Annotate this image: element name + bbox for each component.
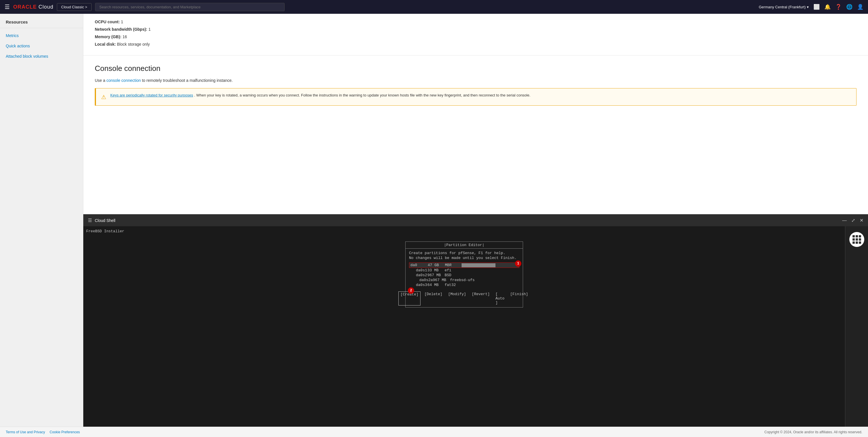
disk-row-da0: da0 47 GB MBR 1: [409, 262, 519, 268]
create-button[interactable]: [Create]: [398, 291, 420, 306]
finish-button[interactable]: [Finish]: [508, 291, 530, 306]
ocpu-count-row: OCPU count: 1: [95, 20, 857, 24]
modify-button[interactable]: [Modify]: [446, 291, 468, 306]
partition-editor: |Partition Editor| Create partitions for…: [405, 242, 523, 308]
disk-row-da0s3: da0s3 64 MB fat32: [409, 283, 519, 287]
help-icon[interactable]: ❓: [835, 4, 842, 10]
disk-table: da0 47 GB MBR 1 d: [409, 262, 519, 287]
console-connection-section: Console connection Use a console connect…: [83, 55, 868, 114]
console-connection-title: Console connection: [95, 64, 857, 73]
page-footer: Terms of Use and Privacy Cookie Preferen…: [0, 427, 868, 437]
disk-bar-da0: [462, 263, 518, 267]
partition-editor-body: Create partitions for pfSense, F1 for he…: [406, 249, 523, 290]
instance-details: OCPU count: 1 Network bandwidth (Gbps): …: [83, 14, 868, 55]
shell-menu-icon[interactable]: ☰: [88, 218, 92, 223]
console-description: Use a console connection to remotely tro…: [95, 77, 857, 84]
partition-editor-wrap: |Partition Editor| Create partitions for…: [86, 236, 842, 313]
content-area: OCPU count: 1 Network bandwidth (Gbps): …: [83, 14, 868, 214]
sidebar-item-attached-block-volumes[interactable]: Attached block volumes: [0, 51, 83, 61]
sidebar-item-quick-actions[interactable]: Quick actions: [0, 41, 83, 51]
help-dots-grid: [852, 235, 861, 244]
help-icon-block[interactable]: [849, 232, 864, 247]
globe-icon[interactable]: 🌐: [846, 4, 852, 10]
cookie-link[interactable]: Cookie Preferences: [50, 430, 80, 434]
partition-outer: |Partition Editor| Create partitions for…: [405, 242, 523, 308]
shell-maximize-button[interactable]: ⤢: [851, 218, 855, 223]
terms-link[interactable]: Terms of Use and Privacy: [6, 430, 45, 434]
main-layout: Resources Metrics Quick actions Attached…: [0, 14, 868, 427]
shell-minimize-button[interactable]: —: [842, 218, 847, 223]
terminal-header-label: FreeBSD Installer: [86, 229, 842, 233]
terminal-main[interactable]: FreeBSD Installer |Partition Editor| Cre…: [83, 226, 845, 427]
warning-triangle-icon: ⚠: [101, 93, 106, 101]
memory-row: Memory (GB): 16: [95, 34, 857, 39]
cloud-shell-title: Cloud Shell: [95, 218, 116, 223]
disk-row-da0s2: da0s2 967 MB BSD: [409, 273, 519, 278]
terminal-right-panel: [845, 226, 868, 427]
console-connection-link[interactable]: console connection: [106, 78, 141, 83]
warning-content: Keys are periodically rotated for securi…: [110, 92, 530, 98]
partition-editor-line2: No changes will be made until you select…: [409, 256, 519, 260]
search-input[interactable]: [95, 3, 285, 11]
oracle-logo: ORACLE Cloud: [13, 4, 54, 10]
partition-editor-title: |Partition Editor|: [406, 242, 523, 249]
top-navigation: ☰ ORACLE Cloud Cloud Classic > Germany C…: [0, 0, 868, 14]
cloud-shell-bar: ☰ Cloud Shell — ⤢ ✕: [83, 214, 868, 226]
network-bandwidth-row: Network bandwidth (Gbps): 1: [95, 27, 857, 32]
region-selector[interactable]: Germany Central (Frankfurt) ▾: [759, 5, 809, 9]
code-editor-icon[interactable]: ⬜: [813, 4, 820, 10]
copyright-text: Copyright © 2024, Oracle and/or its affi…: [764, 430, 862, 434]
cloud-classic-button[interactable]: Cloud Classic >: [57, 3, 92, 11]
disk-row-da0s1: da0s1 33 MB efi: [409, 268, 519, 273]
revert-button[interactable]: [Revert]: [470, 291, 491, 306]
local-disk-row: Local disk: Block storage only: [95, 42, 857, 46]
warning-box: ⚠ Keys are periodically rotated for secu…: [95, 88, 857, 106]
keys-rotated-link[interactable]: Keys are periodically rotated for securi…: [110, 93, 193, 97]
auto-button[interactable]: [ Auto ]: [494, 291, 506, 306]
bell-icon[interactable]: 🔔: [824, 4, 831, 10]
user-avatar-icon[interactable]: 👤: [857, 4, 863, 10]
hamburger-menu-icon[interactable]: ☰: [5, 3, 10, 10]
sidebar-title: Resources: [0, 20, 83, 28]
partition-editor-footer: 2 [Create] [Delete] [Modify] [Revert] [ …: [406, 290, 523, 307]
badge-1: 1: [515, 260, 521, 267]
sidebar: Resources Metrics Quick actions Attached…: [0, 14, 83, 427]
disk-row-da0s2a: da0s2a 967 MB freebsd-ufs: [409, 278, 519, 283]
sidebar-item-metrics[interactable]: Metrics: [0, 30, 83, 41]
delete-button[interactable]: [Delete]: [423, 291, 444, 306]
shell-close-button[interactable]: ✕: [860, 218, 863, 223]
nav-right: Germany Central (Frankfurt) ▾ ⬜ 🔔 ❓ 🌐 👤: [759, 4, 863, 10]
badge-2: 2: [408, 287, 414, 294]
terminal-area: FreeBSD Installer |Partition Editor| Cre…: [83, 226, 868, 427]
partition-editor-line1: Create partitions for pfSense, F1 for he…: [409, 251, 519, 255]
